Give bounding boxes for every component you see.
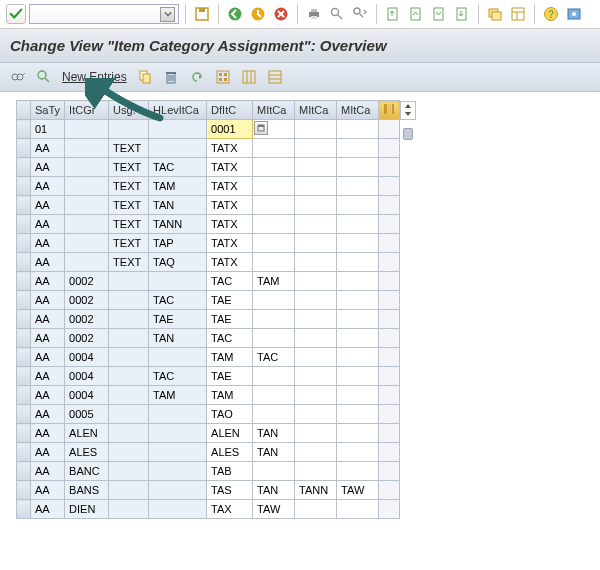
cell-dfitc[interactable]: TATX <box>207 253 253 272</box>
find-icon[interactable] <box>327 4 347 24</box>
cell-itcgr[interactable] <box>65 177 109 196</box>
cell-m3[interactable] <box>337 177 379 196</box>
cell-saty[interactable]: AA <box>31 272 65 291</box>
cell-m3[interactable]: TAW <box>337 481 379 500</box>
copy-icon[interactable] <box>135 67 155 87</box>
cell-usg[interactable] <box>109 291 149 310</box>
cell-m3[interactable] <box>337 234 379 253</box>
cell-dfitc[interactable]: TAS <box>207 481 253 500</box>
cell-hlev[interactable] <box>149 424 207 443</box>
cell-m3[interactable] <box>337 272 379 291</box>
cell-m1[interactable] <box>253 405 295 424</box>
cell-m2[interactable] <box>295 443 337 462</box>
row-selector[interactable] <box>17 310 31 329</box>
cell-hlev[interactable]: TAM <box>149 386 207 405</box>
cell-dfitc[interactable]: TAC <box>207 272 253 291</box>
cell-saty[interactable]: AA <box>31 348 65 367</box>
cell-usg[interactable] <box>109 424 149 443</box>
column-config-icon[interactable] <box>379 101 400 120</box>
row-selector[interactable] <box>17 272 31 291</box>
cell-m2[interactable] <box>295 348 337 367</box>
row-selector[interactable] <box>17 348 31 367</box>
cell-m1[interactable] <box>253 462 295 481</box>
row-selector[interactable] <box>17 424 31 443</box>
cell-dfitc[interactable]: TATX <box>207 177 253 196</box>
row-selector[interactable] <box>17 367 31 386</box>
row-selector[interactable] <box>17 329 31 348</box>
cell-hlev[interactable]: TAM <box>149 177 207 196</box>
cell-itcgr[interactable]: 0002 <box>65 272 109 291</box>
row-selector[interactable] <box>17 481 31 500</box>
cell-saty[interactable]: AA <box>31 424 65 443</box>
cell-usg[interactable] <box>109 120 149 139</box>
cell-saty[interactable]: AA <box>31 481 65 500</box>
cell-usg[interactable] <box>109 500 149 519</box>
cell-dfitc[interactable]: TATX <box>207 234 253 253</box>
row-selector[interactable] <box>17 215 31 234</box>
cell-m1[interactable]: TAW <box>253 500 295 519</box>
new-session-icon[interactable] <box>485 4 505 24</box>
cell-itcgr[interactable]: 0004 <box>65 386 109 405</box>
col-usg[interactable]: Usg. <box>109 101 149 120</box>
cell-m2[interactable] <box>295 500 337 519</box>
cell-usg[interactable]: TEXT <box>109 215 149 234</box>
row-selector[interactable] <box>17 177 31 196</box>
cancel-icon[interactable] <box>271 4 291 24</box>
col-mitca2[interactable]: MItCa <box>295 101 337 120</box>
row-selector[interactable] <box>17 405 31 424</box>
cell-itcgr[interactable]: DIEN <box>65 500 109 519</box>
cell-m1[interactable]: TAN <box>253 481 295 500</box>
cell-hlev[interactable]: TAQ <box>149 253 207 272</box>
scroll-up-icon[interactable] <box>402 102 414 111</box>
cell-saty[interactable]: AA <box>31 310 65 329</box>
cell-itcgr[interactable] <box>65 215 109 234</box>
cell-usg[interactable] <box>109 367 149 386</box>
cell-m2[interactable] <box>295 139 337 158</box>
cell-m2[interactable] <box>295 272 337 291</box>
scroll-down-icon[interactable] <box>402 110 414 119</box>
cell-m1[interactable] <box>253 196 295 215</box>
cell-m3[interactable] <box>337 253 379 272</box>
cell-m1[interactable] <box>253 215 295 234</box>
cell-usg[interactable] <box>109 310 149 329</box>
cell-saty[interactable]: AA <box>31 253 65 272</box>
cell-dfitc[interactable]: TATX <box>207 215 253 234</box>
cell-itcgr[interactable] <box>65 158 109 177</box>
cell-m2[interactable] <box>295 367 337 386</box>
cell-m1[interactable]: TAN <box>253 424 295 443</box>
cell-hlev[interactable] <box>149 139 207 158</box>
col-saty[interactable]: SaTy <box>31 101 65 120</box>
cell-hlev[interactable] <box>149 443 207 462</box>
cell-m3[interactable] <box>337 424 379 443</box>
command-field[interactable] <box>29 4 179 24</box>
cell-saty[interactable]: AA <box>31 462 65 481</box>
cell-dfitc[interactable]: TATX <box>207 158 253 177</box>
cell-m2[interactable] <box>295 158 337 177</box>
cell-usg[interactable] <box>109 329 149 348</box>
cell-usg[interactable]: TEXT <box>109 234 149 253</box>
cell-m2[interactable] <box>295 177 337 196</box>
exit-icon[interactable] <box>248 4 268 24</box>
cell-m2[interactable] <box>295 291 337 310</box>
cell-m2[interactable] <box>295 120 337 139</box>
row-selector[interactable] <box>17 196 31 215</box>
cell-saty[interactable]: AA <box>31 177 65 196</box>
col-dfitc[interactable]: DfItC <box>207 101 253 120</box>
cell-itcgr[interactable]: 0002 <box>65 329 109 348</box>
cell-itcgr[interactable] <box>65 196 109 215</box>
cell-itcgr[interactable] <box>65 120 109 139</box>
new-entries-button[interactable]: New Entries <box>60 67 129 87</box>
cell-hlev[interactable] <box>149 462 207 481</box>
cell-hlev[interactable]: TAE <box>149 310 207 329</box>
cell-usg[interactable] <box>109 481 149 500</box>
select-block-icon[interactable] <box>239 67 259 87</box>
cell-dfitc[interactable]: TAC <box>207 329 253 348</box>
cell-m1[interactable] <box>253 367 295 386</box>
cell-usg[interactable] <box>109 272 149 291</box>
cell-dfitc[interactable]: ALEN <box>207 424 253 443</box>
f4-help-icon[interactable] <box>254 121 268 135</box>
cell-dfitc[interactable]: 0001 <box>207 120 253 139</box>
print-icon[interactable] <box>304 4 324 24</box>
cell-m2[interactable] <box>295 234 337 253</box>
col-itcgr[interactable]: ItCGr <box>65 101 109 120</box>
